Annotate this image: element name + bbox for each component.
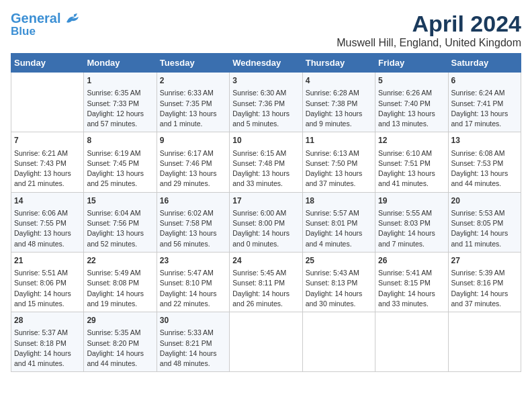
- day-info: Sunrise: 5:51 AM: [14, 268, 81, 278]
- calendar-table: SundayMondayTuesdayWednesdayThursdayFrid…: [11, 53, 521, 372]
- day-info: Daylight: 13 hours: [378, 169, 445, 179]
- page-header: General Blue April 2024 Muswell Hill, En…: [11, 11, 521, 49]
- day-info: Daylight: 13 hours: [14, 169, 81, 179]
- day-info: and 25 minutes.: [87, 179, 153, 189]
- calendar-cell: 2Sunrise: 6:33 AMSunset: 7:35 PMDaylight…: [157, 73, 229, 132]
- day-number: 5: [378, 75, 445, 87]
- day-info: Sunrise: 6:13 AM: [306, 148, 372, 158]
- day-info: Daylight: 14 hours: [160, 349, 226, 359]
- day-number: 6: [451, 75, 518, 87]
- day-number: 23: [160, 255, 226, 267]
- week-row-4: 21Sunrise: 5:51 AMSunset: 8:06 PMDayligh…: [11, 252, 521, 312]
- day-info: Daylight: 14 hours: [232, 289, 299, 299]
- day-number: 10: [232, 135, 299, 146]
- location-title: Muswell Hill, England, United Kingdom: [337, 37, 521, 49]
- day-info: Daylight: 13 hours: [451, 109, 518, 119]
- day-info: Sunrise: 6:24 AM: [451, 88, 518, 98]
- day-number: 26: [378, 255, 445, 267]
- day-info: Sunset: 7:48 PM: [232, 158, 299, 169]
- day-info: Daylight: 14 hours: [306, 228, 372, 238]
- calendar-cell: 20Sunrise: 5:53 AMSunset: 8:05 PMDayligh…: [448, 192, 521, 252]
- day-number: 1: [87, 75, 153, 87]
- day-info: Sunset: 8:10 PM: [160, 278, 226, 288]
- day-info: Sunrise: 6:08 AM: [451, 148, 518, 158]
- calendar-cell: 16Sunrise: 6:02 AMSunset: 7:58 PMDayligh…: [157, 192, 229, 252]
- day-info: Sunrise: 6:10 AM: [378, 148, 445, 158]
- day-number: 8: [87, 135, 153, 146]
- day-info: Sunrise: 5:57 AM: [306, 208, 372, 218]
- calendar-cell: 27Sunrise: 5:39 AMSunset: 8:16 PMDayligh…: [448, 252, 521, 312]
- day-info: and 56 minutes.: [160, 239, 226, 249]
- logo: General Blue: [11, 11, 80, 38]
- calendar-cell: 19Sunrise: 5:55 AMSunset: 8:03 PMDayligh…: [375, 192, 448, 252]
- day-info: Daylight: 14 hours: [14, 349, 81, 359]
- day-info: and 52 minutes.: [87, 239, 153, 249]
- day-info: Daylight: 13 hours: [160, 228, 226, 238]
- calendar-cell: 8Sunrise: 6:19 AMSunset: 7:45 PMDaylight…: [84, 132, 157, 192]
- col-header-monday: Monday: [84, 54, 157, 73]
- day-info: Sunrise: 6:17 AM: [160, 148, 226, 158]
- day-number: 29: [87, 315, 153, 326]
- day-info: Sunrise: 6:00 AM: [232, 208, 299, 218]
- logo-blue: Blue: [11, 25, 36, 38]
- day-info: Daylight: 13 hours: [378, 109, 445, 119]
- day-info: and 5 minutes.: [232, 119, 299, 129]
- day-info: Sunrise: 6:28 AM: [306, 88, 372, 98]
- day-info: Sunset: 8:13 PM: [306, 278, 372, 288]
- calendar-cell: 4Sunrise: 6:28 AMSunset: 7:38 PMDaylight…: [302, 73, 375, 132]
- day-number: 22: [87, 255, 153, 267]
- calendar-cell: 6Sunrise: 6:24 AMSunset: 7:41 PMDaylight…: [448, 73, 521, 132]
- day-number: 12: [378, 135, 445, 146]
- day-info: Sunset: 8:08 PM: [87, 278, 153, 288]
- day-info: Sunset: 7:56 PM: [87, 218, 153, 228]
- day-info: Daylight: 13 hours: [306, 109, 372, 119]
- day-info: Sunset: 7:33 PM: [87, 99, 153, 109]
- day-number: 21: [14, 255, 81, 267]
- day-info: Sunset: 8:11 PM: [232, 278, 299, 288]
- day-info: Daylight: 13 hours: [232, 169, 299, 179]
- calendar-cell: 15Sunrise: 6:04 AMSunset: 7:56 PMDayligh…: [84, 192, 157, 252]
- day-info: Daylight: 14 hours: [87, 349, 153, 359]
- calendar-cell: 26Sunrise: 5:41 AMSunset: 8:15 PMDayligh…: [375, 252, 448, 312]
- day-info: Sunset: 7:35 PM: [160, 99, 226, 109]
- day-info: Sunrise: 5:33 AM: [160, 328, 226, 338]
- calendar-cell: 9Sunrise: 6:17 AMSunset: 7:46 PMDaylight…: [157, 132, 229, 192]
- day-number: 2: [160, 75, 226, 87]
- calendar-cell: 17Sunrise: 6:00 AMSunset: 8:00 PMDayligh…: [230, 192, 302, 252]
- col-header-tuesday: Tuesday: [157, 54, 229, 73]
- day-info: Sunrise: 6:35 AM: [87, 88, 153, 98]
- day-info: Sunset: 8:18 PM: [14, 338, 81, 349]
- day-info: Sunset: 8:05 PM: [451, 218, 518, 228]
- calendar-cell: 7Sunrise: 6:21 AMSunset: 7:43 PMDaylight…: [11, 132, 84, 192]
- day-number: 13: [451, 135, 518, 146]
- day-info: and 44 minutes.: [451, 179, 518, 189]
- month-title: April 2024: [337, 11, 521, 37]
- day-info: Daylight: 13 hours: [306, 169, 372, 179]
- day-info: and 29 minutes.: [160, 179, 226, 189]
- day-info: Sunset: 7:51 PM: [378, 158, 445, 169]
- day-info: Daylight: 14 hours: [378, 289, 445, 299]
- day-info: Sunrise: 6:04 AM: [87, 208, 153, 218]
- day-info: Sunset: 7:58 PM: [160, 218, 226, 228]
- day-info: and 7 minutes.: [378, 239, 445, 249]
- day-number: 11: [306, 135, 372, 146]
- day-info: Sunrise: 6:26 AM: [378, 88, 445, 98]
- col-header-thursday: Thursday: [302, 54, 375, 73]
- calendar-cell: 13Sunrise: 6:08 AMSunset: 7:53 PMDayligh…: [448, 132, 521, 192]
- day-info: Sunset: 7:53 PM: [451, 158, 518, 169]
- day-info: Sunset: 8:01 PM: [306, 218, 372, 228]
- day-info: Daylight: 14 hours: [232, 228, 299, 238]
- calendar-cell: 30Sunrise: 5:33 AMSunset: 8:21 PMDayligh…: [157, 312, 229, 372]
- day-info: and 9 minutes.: [306, 119, 372, 129]
- day-info: Daylight: 14 hours: [160, 289, 226, 299]
- calendar-cell: 14Sunrise: 6:06 AMSunset: 7:55 PMDayligh…: [11, 192, 84, 252]
- day-info: and 30 minutes.: [306, 299, 372, 309]
- day-number: 16: [160, 195, 226, 207]
- day-info: Sunset: 7:45 PM: [87, 158, 153, 169]
- calendar-cell: 25Sunrise: 5:43 AMSunset: 8:13 PMDayligh…: [302, 252, 375, 312]
- day-info: and 33 minutes.: [378, 299, 445, 309]
- day-info: Sunset: 7:50 PM: [306, 158, 372, 169]
- day-info: Daylight: 13 hours: [160, 169, 226, 179]
- calendar-cell: 10Sunrise: 6:15 AMSunset: 7:48 PMDayligh…: [230, 132, 302, 192]
- calendar-cell: 3Sunrise: 6:30 AMSunset: 7:36 PMDaylight…: [230, 73, 302, 132]
